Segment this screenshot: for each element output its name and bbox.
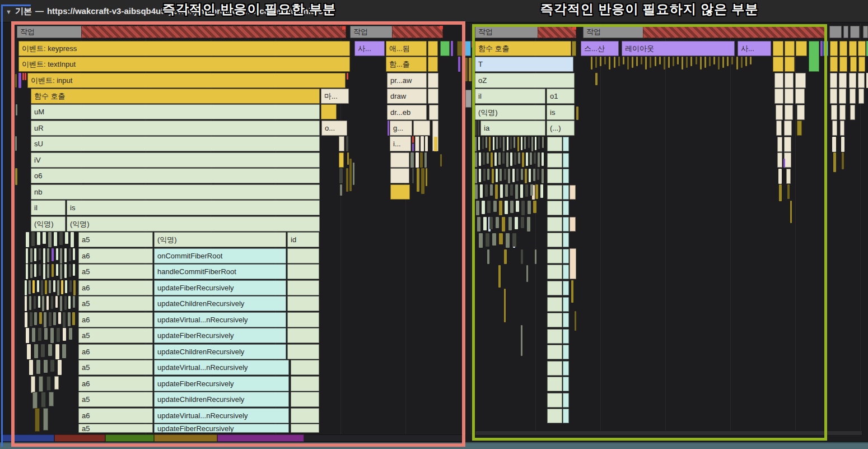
flame-frame[interactable]: 사... xyxy=(738,41,771,56)
flame-sliver[interactable] xyxy=(475,169,477,183)
flame-bar[interactable] xyxy=(784,137,791,152)
flame-sliver[interactable] xyxy=(690,57,692,66)
flame-sliver[interactable] xyxy=(540,184,543,198)
flame-sliver[interactable] xyxy=(636,57,638,66)
flame-sliver[interactable] xyxy=(59,232,63,245)
flame-bar[interactable] xyxy=(353,163,354,185)
flame-sliver[interactable] xyxy=(480,184,483,198)
flame-cell[interactable] xyxy=(563,185,569,200)
flame-sliver[interactable] xyxy=(704,57,706,68)
flame-bar[interactable] xyxy=(839,105,846,120)
flame-sliver[interactable] xyxy=(489,137,491,151)
flame-sliver[interactable] xyxy=(495,184,498,199)
flame-sliver[interactable] xyxy=(504,169,506,180)
flame-bar[interactable] xyxy=(785,73,794,88)
flame-sliver[interactable] xyxy=(505,184,508,197)
flame-cell[interactable] xyxy=(563,281,569,295)
flame-bar[interactable] xyxy=(521,325,522,356)
flame-bar[interactable] xyxy=(469,58,472,81)
flame-sliver[interactable] xyxy=(25,296,27,311)
flame-bar[interactable] xyxy=(346,136,348,151)
flame-sliver[interactable] xyxy=(43,408,48,431)
flame-sliver[interactable] xyxy=(25,280,27,295)
flame-bar[interactable] xyxy=(785,105,793,120)
flame-cell[interactable] xyxy=(547,201,562,215)
flame-sliver[interactable] xyxy=(44,312,46,327)
flame-sliver[interactable] xyxy=(38,328,41,341)
flame-sliver[interactable] xyxy=(510,201,514,213)
flame-cell[interactable] xyxy=(563,297,569,312)
flame-bar[interactable] xyxy=(15,136,17,151)
flame-cell[interactable] xyxy=(547,265,562,279)
flame-bar[interactable] xyxy=(785,89,794,104)
flame-bar[interactable] xyxy=(434,137,437,151)
flame-sliver[interactable] xyxy=(627,57,629,70)
flame-cell[interactable] xyxy=(563,313,569,327)
flame-cell[interactable] xyxy=(563,201,569,215)
flame-bar[interactable] xyxy=(777,137,782,152)
frame-event-textinput[interactable]: 이벤트: textInput xyxy=(18,57,350,72)
flame-sliver[interactable] xyxy=(494,152,497,166)
flame-sliver[interactable] xyxy=(60,296,62,311)
flame-sliver[interactable] xyxy=(604,57,606,64)
flame-bar[interactable] xyxy=(416,152,419,168)
flame-bar[interactable] xyxy=(426,168,427,186)
flame-sliver[interactable] xyxy=(69,248,71,261)
flame-bar[interactable] xyxy=(22,73,24,80)
flame-sliver[interactable] xyxy=(48,232,52,247)
flame-bar[interactable] xyxy=(346,168,348,192)
flame-sliver[interactable] xyxy=(49,312,52,326)
flame-sliver[interactable] xyxy=(63,312,66,327)
flame-bar[interactable] xyxy=(440,41,450,56)
flame-bar[interactable] xyxy=(390,168,409,183)
flame-frame[interactable]: o... xyxy=(321,121,347,136)
flame-bar[interactable] xyxy=(778,169,782,184)
flame-frame[interactable]: a5 xyxy=(78,328,153,343)
flame-bar[interactable] xyxy=(347,73,348,80)
flame-sliver[interactable] xyxy=(535,137,536,150)
flame-bar[interactable] xyxy=(457,41,463,56)
flame-cell[interactable] xyxy=(547,329,562,344)
flame-frame[interactable]: (익명) xyxy=(67,216,320,232)
flame-bar[interactable] xyxy=(465,58,468,81)
flame-frame[interactable]: updateChildrenRecursively xyxy=(154,296,286,311)
flame-bar[interactable] xyxy=(570,248,576,279)
flame-frame[interactable]: T xyxy=(475,57,573,72)
flame-bar[interactable] xyxy=(504,249,507,264)
flame-sliver[interactable] xyxy=(482,201,485,214)
flame-frame[interactable]: is xyxy=(547,105,575,120)
frame-function-call-1[interactable]: 함수 호출 xyxy=(31,89,320,104)
flame-bar[interactable] xyxy=(858,41,866,56)
task-corner-2[interactable] xyxy=(440,26,443,29)
flame-sliver[interactable] xyxy=(492,169,494,183)
flame-bar[interactable] xyxy=(570,217,576,232)
flame-sliver[interactable] xyxy=(512,233,516,247)
flame-sliver[interactable] xyxy=(528,137,530,148)
flame-sliver[interactable] xyxy=(73,280,76,295)
flame-cell[interactable] xyxy=(563,377,569,391)
flame-cell[interactable] xyxy=(563,361,569,376)
flame-sliver[interactable] xyxy=(475,137,477,151)
flame-sliver[interactable] xyxy=(32,280,35,293)
flame-sliver[interactable] xyxy=(41,280,43,295)
flame-sliver[interactable] xyxy=(51,296,53,309)
flame-bar[interactable] xyxy=(790,201,792,223)
flame-sliver[interactable] xyxy=(69,280,72,292)
flame-bar[interactable] xyxy=(576,107,578,120)
flame-sliver[interactable] xyxy=(57,328,60,342)
flame-bar[interactable] xyxy=(465,90,472,108)
flame-sliver[interactable] xyxy=(479,152,481,166)
flame-sliver[interactable] xyxy=(482,137,484,149)
flame-bar[interactable] xyxy=(777,152,782,168)
flame-bar[interactable] xyxy=(795,89,805,104)
flame-sliver[interactable] xyxy=(47,248,49,262)
flame-sliver[interactable] xyxy=(516,169,519,181)
flame-frame[interactable]: a6 xyxy=(78,408,153,423)
flame-frame[interactable]: (익명) xyxy=(31,216,66,232)
flame-bar[interactable] xyxy=(785,57,795,72)
flame-bar[interactable] xyxy=(287,264,319,279)
flame-bar[interactable] xyxy=(570,185,576,200)
flame-bar[interactable] xyxy=(412,144,414,151)
flame-bar[interactable] xyxy=(417,168,419,192)
flame-sliver[interactable] xyxy=(500,184,503,198)
